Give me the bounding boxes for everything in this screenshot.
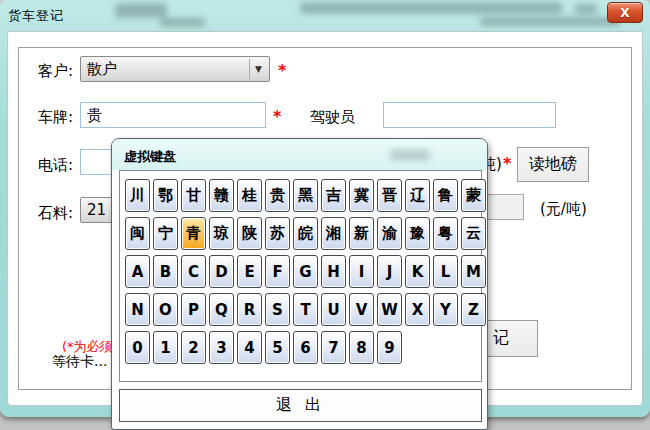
key-粤[interactable]: 粤 — [433, 217, 458, 250]
key-甘[interactable]: 甘 — [181, 179, 206, 212]
key-4[interactable]: 4 — [237, 331, 262, 364]
key-6[interactable]: 6 — [293, 331, 318, 364]
stone-label: 石料: — [38, 204, 73, 223]
chevron-down-icon[interactable]: ▼ — [249, 59, 267, 79]
key-云[interactable]: 云 — [461, 217, 486, 250]
virtual-keyboard-titlebar[interactable]: 虚拟键盘 — [112, 139, 487, 170]
virtual-keyboard-key-panel: 川鄂甘赣桂贵黑吉冀晋辽鲁蒙闽宁青琼陕苏皖湘新渝豫粤云ABCDEFGHIJKLMN… — [119, 170, 482, 382]
price-unit-label: (元/吨) — [540, 200, 587, 219]
key-渝[interactable]: 渝 — [377, 217, 402, 250]
key-2[interactable]: 2 — [181, 331, 206, 364]
key-蒙[interactable]: 蒙 — [461, 179, 486, 212]
key-皖[interactable]: 皖 — [293, 217, 318, 250]
key-琼[interactable]: 琼 — [209, 217, 234, 250]
phone-label: 电话: — [38, 156, 73, 175]
key-7[interactable]: 7 — [321, 331, 346, 364]
key-8[interactable]: 8 — [349, 331, 374, 364]
read-scale-button[interactable]: 读地磅 — [517, 147, 589, 182]
plate-required-mark: * — [273, 107, 281, 126]
plate-value: 贵 — [87, 106, 102, 124]
key-O[interactable]: O — [153, 293, 178, 326]
key-W[interactable]: W — [377, 293, 402, 326]
virtual-keyboard-dialog: 虚拟键盘 川鄂甘赣桂贵黑吉冀晋辽鲁蒙闽宁青琼陕苏皖湘新渝豫粤云ABCDEFGHI… — [111, 138, 488, 430]
blurred-background-decoration — [390, 149, 430, 161]
key-0[interactable]: 0 — [125, 331, 150, 364]
key-X[interactable]: X — [405, 293, 430, 326]
key-闽[interactable]: 闽 — [125, 217, 150, 250]
key-A[interactable]: A — [125, 255, 150, 288]
key-J[interactable]: J — [377, 255, 402, 288]
key-陕[interactable]: 陕 — [237, 217, 262, 250]
blurred-background-decoration — [160, 18, 205, 27]
key-黑[interactable]: 黑 — [293, 179, 318, 212]
key-R[interactable]: R — [237, 293, 262, 326]
key-鲁[interactable]: 鲁 — [433, 179, 458, 212]
key-F[interactable]: F — [265, 255, 290, 288]
key-湘[interactable]: 湘 — [321, 217, 346, 250]
key-冀[interactable]: 冀 — [349, 179, 374, 212]
key-苏[interactable]: 苏 — [265, 217, 290, 250]
customer-select[interactable]: 散户 ▼ — [80, 56, 270, 82]
key-M[interactable]: M — [461, 255, 486, 288]
waiting-status-text: 等待卡... — [52, 353, 107, 371]
key-Z[interactable]: Z — [461, 293, 486, 326]
window-title: 货车登记 — [8, 7, 64, 25]
key-E[interactable]: E — [237, 255, 262, 288]
key-U[interactable]: U — [321, 293, 346, 326]
key-I[interactable]: I — [349, 255, 374, 288]
key-桂[interactable]: 桂 — [237, 179, 262, 212]
key-V[interactable]: V — [349, 293, 374, 326]
customer-required-mark: * — [278, 61, 286, 80]
blurred-background-decoration — [115, 3, 167, 18]
plate-input[interactable]: 贵 — [80, 102, 266, 128]
key-H[interactable]: H — [321, 255, 346, 288]
key-D[interactable]: D — [209, 255, 234, 288]
blurred-background-decoration — [300, 2, 562, 14]
key-5[interactable]: 5 — [265, 331, 290, 364]
register-button-label: 记 — [493, 328, 509, 349]
key-Q[interactable]: Q — [209, 293, 234, 326]
driver-label: 驾驶员 — [310, 108, 355, 127]
close-icon[interactable]: X — [607, 2, 643, 23]
key-Y[interactable]: Y — [433, 293, 458, 326]
key-3[interactable]: 3 — [209, 331, 234, 364]
key-吉[interactable]: 吉 — [321, 179, 346, 212]
plate-label: 车牌: — [38, 108, 73, 127]
key-T[interactable]: T — [293, 293, 318, 326]
key-G[interactable]: G — [293, 255, 318, 288]
key-新[interactable]: 新 — [349, 217, 374, 250]
weight-required-mark: * — [503, 154, 511, 173]
key-9[interactable]: 9 — [377, 331, 402, 364]
key-川[interactable]: 川 — [125, 179, 150, 212]
virtual-keyboard-title: 虚拟键盘 — [124, 148, 176, 166]
customer-value: 散户 — [87, 60, 117, 79]
customer-label: 客户: — [38, 62, 73, 81]
stone-value: 21 — [87, 201, 106, 219]
key-赣[interactable]: 赣 — [209, 179, 234, 212]
key-C[interactable]: C — [181, 255, 206, 288]
key-贵[interactable]: 贵 — [265, 179, 290, 212]
blurred-background-decoration — [575, 4, 597, 14]
key-辽[interactable]: 辽 — [405, 179, 430, 212]
key-K[interactable]: K — [405, 255, 430, 288]
key-L[interactable]: L — [433, 255, 458, 288]
blurred-background-decoration — [480, 17, 620, 26]
key-S[interactable]: S — [265, 293, 290, 326]
driver-input[interactable] — [383, 102, 556, 128]
key-青[interactable]: 青 — [181, 217, 206, 250]
key-豫[interactable]: 豫 — [405, 217, 430, 250]
key-1[interactable]: 1 — [153, 331, 178, 364]
key-鄂[interactable]: 鄂 — [153, 179, 178, 212]
key-宁[interactable]: 宁 — [153, 217, 178, 250]
keyboard-exit-button[interactable]: 退 出 — [119, 389, 482, 422]
key-P[interactable]: P — [181, 293, 206, 326]
key-B[interactable]: B — [153, 255, 178, 288]
key-晋[interactable]: 晋 — [377, 179, 402, 212]
key-N[interactable]: N — [125, 293, 150, 326]
